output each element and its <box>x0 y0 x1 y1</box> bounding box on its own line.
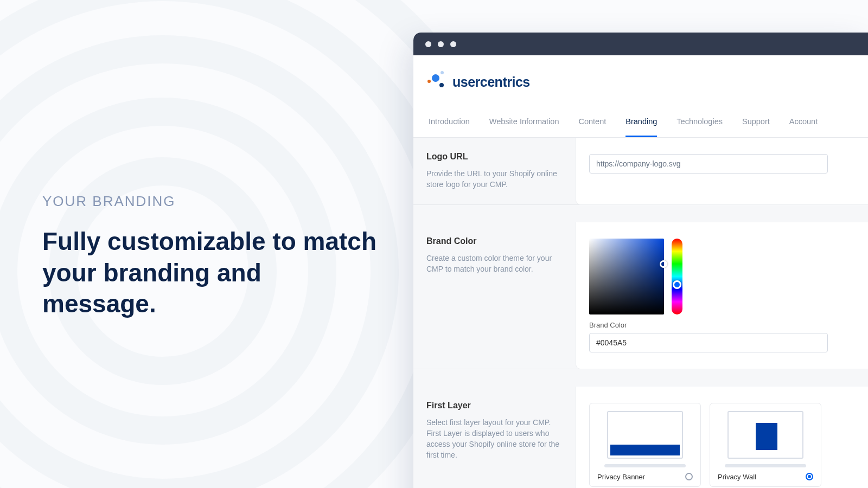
headline-text: Fully customizable to match your brandin… <box>42 226 379 320</box>
sv-thumb[interactable] <box>660 260 667 268</box>
section-first-layer: First Layer Select first layer layout fo… <box>413 387 868 488</box>
section-brand-color: Brand Color Create a custom color theme … <box>413 222 868 369</box>
section-logo-url: Logo URL Provide the URL to your Shopify… <box>413 138 868 205</box>
section-description: Create a custom color theme for your CMP… <box>426 253 565 275</box>
layout-thumbnail <box>607 411 683 459</box>
logo-text: usercentrics <box>452 74 530 90</box>
tab-support[interactable]: Support <box>742 108 770 137</box>
section-description: Select first layer layout for your CMP. … <box>426 417 565 461</box>
eyebrow-text: YOUR BRANDING <box>42 193 379 210</box>
section-title: Brand Color <box>426 236 565 246</box>
section-title: First Layer <box>426 401 565 410</box>
layout-options: Privacy BannerPrivacy Wall <box>589 403 855 487</box>
app-window: usercentrics IntroductionWebsite Informa… <box>413 33 868 488</box>
traffic-light-zoom[interactable] <box>450 41 456 47</box>
sv-plane[interactable] <box>589 239 664 314</box>
tab-technologies[interactable]: Technologies <box>676 108 723 137</box>
logo-icon <box>427 71 449 93</box>
tabs-nav: IntroductionWebsite InformationContentBr… <box>413 108 868 138</box>
radio-icon[interactable] <box>806 473 813 480</box>
layout-option-label: Privacy Wall <box>718 473 756 481</box>
layout-thumbnail <box>727 411 803 459</box>
section-description: Provide the URL to your Shopify online s… <box>426 168 565 190</box>
app-header: usercentrics <box>413 55 868 108</box>
settings-body: Logo URL Provide the URL to your Shopify… <box>413 138 868 488</box>
tab-introduction[interactable]: Introduction <box>429 108 470 137</box>
tab-account[interactable]: Account <box>789 108 818 137</box>
color-picker[interactable] <box>589 239 855 314</box>
marketing-copy: YOUR BRANDING Fully customizable to matc… <box>42 193 379 320</box>
section-title: Logo URL <box>426 152 565 162</box>
brand-color-label: Brand Color <box>589 321 627 329</box>
tab-website-information[interactable]: Website Information <box>489 108 559 137</box>
brand-color-input[interactable] <box>589 333 828 352</box>
window-chrome <box>413 33 868 55</box>
traffic-light-close[interactable] <box>425 41 431 47</box>
tab-content[interactable]: Content <box>578 108 606 137</box>
radio-icon[interactable] <box>685 473 693 480</box>
logo-url-input[interactable] <box>589 154 828 174</box>
hue-thumb[interactable] <box>673 280 681 289</box>
layout-option-label: Privacy Banner <box>597 473 645 481</box>
layout-option-privacy-wall[interactable]: Privacy Wall <box>710 403 821 487</box>
hue-slider[interactable] <box>672 239 682 314</box>
tab-branding[interactable]: Branding <box>626 108 657 137</box>
layout-option-privacy-banner[interactable]: Privacy Banner <box>589 403 701 487</box>
traffic-light-minimize[interactable] <box>438 41 444 47</box>
